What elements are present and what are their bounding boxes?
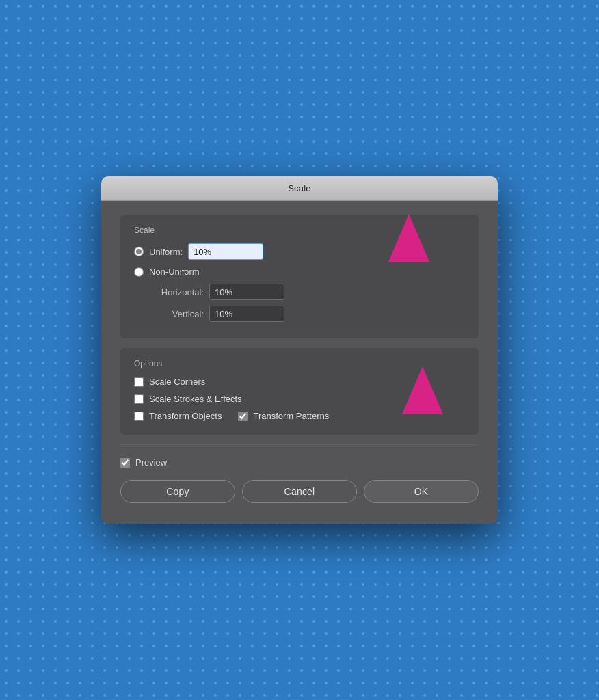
scale-panel: Scale Uniform: Non-Uniform Horizontal: <box>120 215 479 338</box>
uniform-label: Uniform: <box>149 247 183 257</box>
ok-button[interactable]: OK <box>364 480 479 503</box>
scale-corners-label: Scale Corners <box>149 377 205 387</box>
vertical-input[interactable] <box>209 306 284 322</box>
transform-objects-checkbox[interactable] <box>134 412 144 421</box>
dialog-titlebar: Scale <box>101 176 498 201</box>
uniform-input[interactable] <box>188 243 263 260</box>
scale-section-label: Scale <box>134 226 465 235</box>
dialog-wrapper: Scale Scale Uniform: Non-Uniform <box>101 176 498 524</box>
vertical-row: Vertical: <box>134 306 465 322</box>
nonuniform-label: Non-Uniform <box>149 267 200 277</box>
uniform-row: Uniform: <box>134 243 465 260</box>
scale-corners-row: Scale Corners <box>134 377 465 387</box>
uniform-radio[interactable] <box>134 247 144 256</box>
nonuniform-row: Non-Uniform <box>134 267 465 277</box>
divider <box>120 444 479 445</box>
dialog-body: Scale Uniform: Non-Uniform Horizontal: <box>101 201 498 524</box>
nonuniform-radio[interactable] <box>134 267 144 277</box>
options-section-label: Options <box>134 359 465 368</box>
transform-objects-pair: Transform Objects <box>134 411 222 421</box>
transform-patterns-pair: Transform Patterns <box>238 411 329 421</box>
scale-dialog: Scale Scale Uniform: Non-Uniform <box>101 176 498 524</box>
transform-patterns-label: Transform Patterns <box>253 411 329 421</box>
scale-strokes-checkbox[interactable] <box>134 394 144 404</box>
horizontal-row: Horizontal: <box>134 284 465 300</box>
transform-patterns-checkbox[interactable] <box>238 412 248 421</box>
preview-checkbox[interactable] <box>120 458 130 468</box>
transform-objects-label: Transform Objects <box>149 411 222 421</box>
horizontal-label: Horizontal: <box>149 287 204 297</box>
buttons-row: Copy Cancel OK <box>120 477 479 507</box>
transform-row: Transform Objects Transform Patterns <box>134 411 465 421</box>
copy-button[interactable]: Copy <box>120 480 235 503</box>
preview-label: Preview <box>135 457 167 468</box>
scale-strokes-label: Scale Strokes & Effects <box>149 394 242 404</box>
dialog-title: Scale <box>288 183 311 193</box>
cancel-button[interactable]: Cancel <box>242 480 357 503</box>
scale-strokes-row: Scale Strokes & Effects <box>134 394 465 404</box>
preview-row: Preview <box>120 455 479 477</box>
vertical-label: Vertical: <box>149 309 204 319</box>
scale-corners-checkbox[interactable] <box>134 377 144 387</box>
options-panel: Options Scale Corners Scale Strokes & Ef… <box>120 348 479 435</box>
horizontal-input[interactable] <box>209 284 284 300</box>
